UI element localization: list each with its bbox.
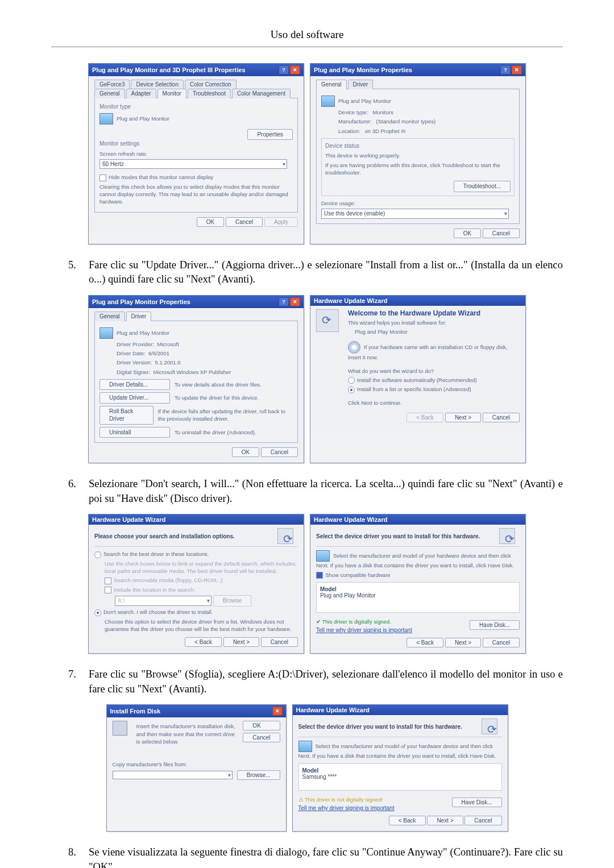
tab-general[interactable]: General <box>316 80 347 89</box>
back-button[interactable]: < Back <box>406 638 443 647</box>
refresh-label: Screen refresh rate: <box>99 150 293 157</box>
ok-button[interactable]: OK <box>454 229 481 238</box>
checkbox-removable <box>105 578 111 584</box>
properties-button[interactable]: Properties <box>247 129 293 140</box>
radio-list[interactable] <box>348 387 355 393</box>
cancel-button[interactable]: Cancel <box>243 733 280 742</box>
ok-button[interactable]: OK <box>197 217 224 227</box>
path-dropdown[interactable] <box>113 771 233 779</box>
step-number: 6. <box>68 477 89 506</box>
tab-monitor[interactable]: Monitor <box>157 89 186 98</box>
rollback-desc: If the device fails after updating the d… <box>158 408 293 423</box>
step-text: Se viene visualizzata la seguente finest… <box>89 845 563 868</box>
tab-general[interactable]: General <box>94 312 125 321</box>
driver-details-button[interactable]: Driver Details... <box>99 379 170 391</box>
uninstall-button[interactable]: Uninstall <box>99 427 170 438</box>
tab-device-sel[interactable]: Device Selection <box>131 80 183 89</box>
radio-dont-search[interactable] <box>94 609 101 616</box>
tab-driver[interactable]: Driver <box>348 80 374 89</box>
model-item[interactable]: Plug and Play Monitor <box>320 592 516 599</box>
tab-color-mgmt[interactable]: Color Management <box>232 89 291 98</box>
tab-troubleshoot[interactable]: Troubleshoot <box>188 89 231 98</box>
wizard-question: What do you want the wizard to do? <box>348 367 520 375</box>
path-input: A:\ <box>115 596 211 606</box>
step-number: 5. <box>68 258 89 287</box>
close-icon[interactable]: ✕ <box>512 65 522 74</box>
radio-dont-search-label: Don't search. I will choose the driver t… <box>103 609 213 615</box>
signing-link[interactable]: Tell me why driver signing is important <box>316 627 412 633</box>
close-icon[interactable]: ✕ <box>272 707 283 716</box>
ver-label: Driver Version: <box>117 359 152 366</box>
uninstall-desc: To uninstall the driver (Advanced). <box>175 429 256 437</box>
tab-color-corr[interactable]: Color Correction <box>185 80 237 89</box>
back-button[interactable]: < Back <box>185 637 222 647</box>
checkbox-removable-label: Search removable media (floppy, CD-ROM..… <box>114 577 222 583</box>
close-icon[interactable]: ✕ <box>290 297 300 306</box>
dialog-wizard-search: Hardware Update Wizard Please choose you… <box>88 514 304 654</box>
wizard-icon <box>277 528 293 544</box>
select-desc: Select the manufacturer and model of you… <box>316 553 514 568</box>
help-icon[interactable]: ? <box>279 65 289 74</box>
cancel-button[interactable]: Cancel <box>483 638 520 647</box>
have-disk-button[interactable]: Have Disk... <box>470 620 520 630</box>
usage-label: Device usage: <box>321 200 515 207</box>
sign-value: Microsoft Windows XP Publisher <box>153 369 231 375</box>
tab-general[interactable]: General <box>94 89 125 98</box>
monitor-icon <box>298 741 312 752</box>
devtype-label: Device type: <box>338 109 368 115</box>
cancel-button[interactable]: Cancel <box>464 816 501 825</box>
refresh-dropdown[interactable]: 60 Hertz <box>99 159 287 169</box>
wizard-hint: If your hardware came with an installati… <box>348 344 507 360</box>
ok-button[interactable]: OK <box>243 721 280 730</box>
tab-adapter[interactable]: Adapter <box>126 89 156 98</box>
cancel-button[interactable]: Cancel <box>483 229 520 238</box>
radio-search-label: Search for the best driver in these loca… <box>103 551 209 557</box>
cancel-button[interactable]: Cancel <box>226 217 263 227</box>
dialog-driver-tab: Plug and Play Monitor Properties ?✕ Gene… <box>88 295 304 464</box>
cancel-button[interactable]: Cancel <box>483 413 520 422</box>
driver-details-desc: To view details about the driver files. <box>175 381 262 389</box>
copy-from-label: Copy manufacturer's files from: <box>113 761 280 768</box>
hide-modes-checkbox[interactable] <box>99 175 106 181</box>
monitor-name: Plug and Play Monitor <box>338 98 391 104</box>
rollback-button[interactable]: Roll Back Driver <box>99 406 154 425</box>
checkbox-compatible[interactable] <box>316 572 323 579</box>
usage-dropdown[interactable]: Use this device (enable) <box>321 209 509 219</box>
wizard-welcome: Welcome to the Hardware Update Wizard <box>348 309 520 317</box>
dialog-title: Plug and Play Monitor and 3D Prophet III… <box>92 67 246 73</box>
troubleshoot-button[interactable]: Troubleshoot... <box>454 181 511 192</box>
tab-driver[interactable]: Driver <box>126 312 152 321</box>
signed-label: This driver is digitally signed. <box>322 618 391 625</box>
radio-auto[interactable] <box>348 377 355 384</box>
cancel-button[interactable]: Cancel <box>261 447 298 457</box>
browse-button: Browse <box>213 595 251 607</box>
next-button[interactable]: Next > <box>445 638 481 647</box>
browse-button[interactable]: Browse... <box>237 770 280 780</box>
device-status-label: Device status <box>325 142 511 150</box>
have-disk-button[interactable]: Have Disk... <box>452 798 502 807</box>
help-icon[interactable]: ? <box>500 65 511 74</box>
next-button[interactable]: Next > <box>223 637 259 647</box>
dialog-pnp-properties: Plug and Play Monitor Properties ?✕ Gene… <box>310 63 526 244</box>
wizard-icon <box>316 309 339 332</box>
help-icon[interactable]: ? <box>279 297 289 306</box>
cancel-button[interactable]: Cancel <box>261 637 298 647</box>
manu-value: (Standard monitor types) <box>376 118 436 124</box>
next-button[interactable]: Next > <box>427 816 463 825</box>
back-button[interactable]: < Back <box>389 816 426 825</box>
update-driver-button[interactable]: Update Driver... <box>99 392 170 404</box>
status-text2: If you are having problems with this dev… <box>325 161 511 177</box>
close-icon[interactable]: ✕ <box>290 65 300 74</box>
monitor-type-label: Monitor type <box>99 103 293 111</box>
signing-link[interactable]: Tell me why driver signing is important <box>298 805 395 811</box>
tab-geforce[interactable]: GeForce3 <box>94 80 130 89</box>
monitor-name: Plug and Play Monitor <box>117 329 169 335</box>
page-header: Uso del software <box>51 28 563 41</box>
dialog-title: Install From Disk <box>110 708 161 715</box>
radio-search[interactable] <box>94 551 101 558</box>
ok-button[interactable]: OK <box>232 447 259 457</box>
next-button[interactable]: Next > <box>445 413 481 422</box>
apply-button: Apply <box>264 217 298 227</box>
model-item[interactable]: Samsung **** <box>302 774 498 780</box>
dialog-wizard-select: Hardware Update Wizard Select the device… <box>310 514 526 654</box>
